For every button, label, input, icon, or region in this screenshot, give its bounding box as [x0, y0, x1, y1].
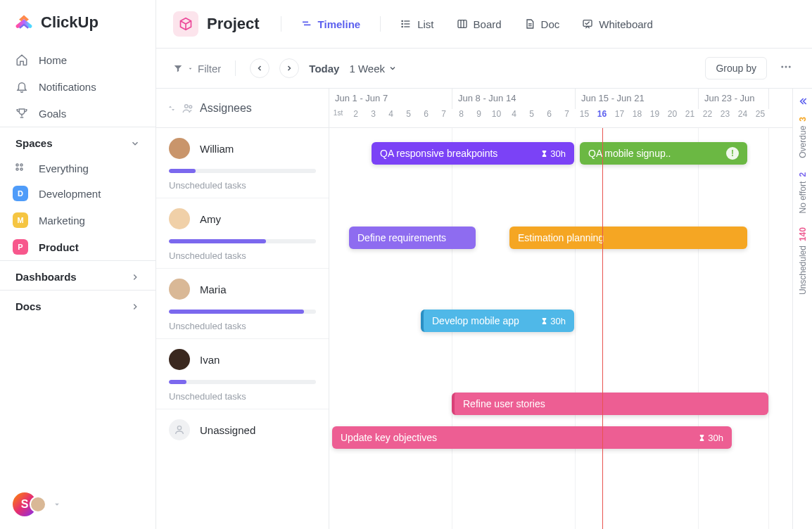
clickup-logo-icon [14, 13, 34, 32]
day-label: 21 [681, 109, 699, 127]
task-bar[interactable]: Update key objectives30h [332, 426, 732, 449]
assignee-row[interactable]: Unassigned [156, 409, 329, 457]
svg-point-10 [785, 66, 787, 68]
task-bar[interactable]: Refine user stories [452, 393, 768, 415]
svg-point-4 [402, 20, 402, 21]
unscheduled-link[interactable]: Unscheduled tasks [169, 180, 316, 191]
day-label: 22 [699, 109, 716, 127]
assignee-avatar [169, 349, 190, 370]
nav-goals[interactable]: Goals [0, 100, 156, 127]
task-bar[interactable]: QA responsive breakpoints30h [372, 142, 574, 165]
more-button[interactable] [777, 58, 795, 79]
view-doc[interactable]: Doc [517, 14, 567, 34]
nav-home[interactable]: Home [0, 46, 156, 73]
alert-icon: ! [726, 147, 739, 160]
project-title: Project [207, 15, 260, 33]
collapse-icon[interactable] [797, 96, 808, 107]
hourglass-icon [540, 317, 548, 325]
gantt-grid[interactable]: Jun 1 - Jun 7Jun 8 - Jun 14Jun 15 - Jun … [329, 89, 792, 529]
today-button[interactable]: Today [309, 63, 339, 75]
today-marker [602, 128, 603, 529]
task-bar[interactable]: Develop mobile app30h [421, 310, 574, 332]
day-label: 4 [505, 109, 523, 127]
svg-point-5 [402, 23, 402, 24]
view-list[interactable]: List [393, 14, 440, 34]
chevron-right-icon [130, 272, 140, 282]
filter-bar: Filter Today 1 Week Group by [156, 49, 812, 89]
assignee-row[interactable]: IvanUnscheduled tasks [156, 339, 329, 409]
next-button[interactable] [279, 58, 299, 78]
unscheduled-link[interactable]: Unscheduled tasks [169, 321, 316, 331]
day-label: 17 [611, 109, 628, 127]
stat-overdue[interactable]: Overdue 3 [798, 117, 808, 158]
nav-home-label: Home [39, 54, 67, 66]
stat-noeffort[interactable]: No effort 2 [798, 172, 808, 214]
view-board[interactable]: Board [450, 14, 509, 34]
date-header: Jun 1 - Jun 7Jun 8 - Jun 14Jun 15 - Jun … [329, 89, 792, 128]
space-item-marketing[interactable]: MMarketing [0, 207, 156, 234]
unscheduled-link[interactable]: Unscheduled tasks [169, 250, 316, 261]
svg-point-3 [20, 168, 23, 170]
assignee-row[interactable]: AmyUnscheduled tasks [156, 198, 329, 269]
assignee-avatar [169, 279, 190, 300]
main-content: Project Timeline List Board Doc Whiteb [156, 0, 812, 529]
spaces-label: Spaces [15, 137, 53, 149]
nav-notifications[interactable]: Notifications [0, 73, 156, 100]
task-label: QA mobile signup.. [588, 148, 671, 159]
doc-icon [524, 18, 535, 30]
assignee-name: Unassigned [200, 424, 255, 436]
space-badge: P [13, 239, 28, 255]
spaces-header[interactable]: Spaces [0, 127, 156, 156]
svg-rect-7 [458, 20, 467, 28]
brand-name: ClickUp [41, 13, 99, 32]
nav-notifications-label: Notifications [39, 81, 96, 93]
space-everything[interactable]: Everything [0, 156, 156, 180]
caret-down-icon[interactable] [52, 499, 62, 509]
task-bar[interactable]: QA mobile signup..! [580, 142, 747, 165]
assignee-name: Maria [200, 283, 227, 295]
view-whiteboard[interactable]: Whiteboard [575, 14, 660, 34]
range-selector[interactable]: 1 Week [349, 63, 397, 75]
space-label: Marketing [39, 215, 85, 227]
chevron-down-icon [130, 139, 140, 148]
prev-button[interactable] [250, 58, 269, 78]
task-label: Estimation planning [518, 232, 604, 243]
task-bar[interactable]: Estimation planning [509, 227, 747, 249]
chevron-down-icon [388, 64, 397, 72]
project-icon[interactable] [173, 11, 198, 37]
column-title: Assignees [200, 102, 252, 115]
column-header[interactable]: Assignees [156, 89, 329, 128]
task-bar[interactable]: Define requirements [349, 227, 476, 249]
week-label: Jun 8 - Jun 14 [452, 89, 576, 109]
day-label: 2 [347, 109, 364, 127]
brand-logo[interactable]: ClickUp [0, 0, 156, 46]
chevron-right-icon [130, 302, 140, 312]
svg-point-6 [402, 26, 402, 27]
assignee-row[interactable]: MariaUnscheduled tasks [156, 269, 329, 339]
space-item-development[interactable]: DDevelopment [0, 180, 156, 207]
task-label: Update key objectives [341, 432, 437, 443]
assignee-row[interactable]: WilliamUnscheduled tasks [156, 128, 329, 198]
task-hours: 30h [698, 433, 723, 443]
space-item-product[interactable]: PProduct [0, 234, 156, 260]
view-timeline[interactable]: Timeline [294, 14, 368, 34]
svg-point-13 [189, 105, 192, 108]
list-icon [400, 18, 412, 30]
groupby-button[interactable]: Group by [705, 57, 767, 79]
day-label: 6 [540, 109, 558, 127]
user-footer[interactable]: S [0, 480, 156, 529]
day-label: 8 [452, 109, 470, 127]
unscheduled-link[interactable]: Unscheduled tasks [169, 391, 316, 402]
topbar: Project Timeline List Board Doc Whiteb [156, 0, 812, 49]
docs-header[interactable]: Docs [0, 290, 156, 319]
day-label: 7 [558, 109, 576, 127]
day-label: 6 [417, 109, 435, 127]
svg-point-14 [177, 426, 181, 430]
hourglass-icon [698, 434, 706, 442]
dashboards-header[interactable]: Dashboards [0, 260, 156, 290]
nav-goals-label: Goals [39, 108, 66, 120]
day-label: 10 [488, 109, 505, 127]
stat-unscheduled[interactable]: Unscheduled 140 [798, 227, 808, 295]
filter-button[interactable]: Filter [173, 63, 221, 75]
workload-bar [169, 169, 316, 173]
